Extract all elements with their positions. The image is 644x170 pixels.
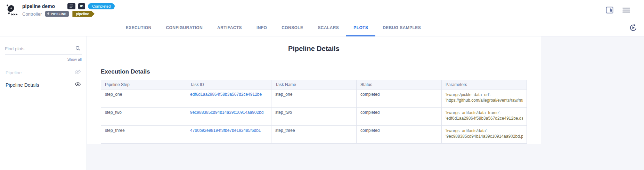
refresh-glyph <box>629 23 638 32</box>
param-line: 'https://github.com/allegroai/events/raw… <box>446 97 523 103</box>
cell-task-name: step_two <box>271 108 357 126</box>
col-parameters: Parameters <box>442 80 527 90</box>
pipeline-details-card: Pipeline Details Execution Details Pipel… <box>87 36 541 144</box>
col-task-name: Task Name <box>271 80 357 90</box>
param-line: 'kwargs_artifacts/data': <box>446 128 523 134</box>
sidebar-item-label: Pipeline <box>6 70 22 75</box>
cell-parameters: 'kwargs/pickle_data_url': 'https://githu… <box>442 90 527 108</box>
param-line: 'edf6d1aa29864f58b3a567d2ce4912be.data_f… <box>446 116 523 121</box>
bolt-icon <box>47 12 50 16</box>
cell-task-name: step_three <box>271 126 357 144</box>
tab-plots[interactable]: PLOTS <box>346 20 375 36</box>
controller-label: Controller <box>22 11 42 17</box>
status-badge: Completed <box>88 3 115 9</box>
eye-off-glyph <box>75 69 81 74</box>
plot-title: Pipeline Details <box>87 36 541 60</box>
logo-glyph <box>5 3 18 17</box>
param-line: '9ec988385cd94b14a39c10914aa902bd.proces… <box>446 134 523 139</box>
header-icons <box>606 7 630 14</box>
tab-debug-samples[interactable]: DEBUG SAMPLES <box>375 20 428 36</box>
cell-pipeline-step: step_one <box>101 90 186 108</box>
search-icon[interactable] <box>75 45 81 53</box>
execution-details-title: Execution Details <box>101 68 527 75</box>
table-row: step_three 47b0b92e98194f3fbe7be192485f6… <box>101 126 527 144</box>
eye-icon[interactable] <box>75 82 81 88</box>
cell-status: completed <box>357 90 442 108</box>
table-head: Pipeline Step Task ID Task Name Status P… <box>101 80 527 90</box>
description-lines-glyph <box>69 4 74 8</box>
task-id-link[interactable]: 9ec988385cd94b14a39c10914aa902bd <box>190 110 264 115</box>
col-task-id: Task ID <box>186 80 271 90</box>
hamburger-glyph <box>622 7 630 13</box>
cell-status: completed <box>357 108 442 126</box>
cell-status: completed <box>357 126 442 144</box>
plots-sidebar: Show all Pipeline Pipeline Details <box>0 36 87 170</box>
details-panel-glyph <box>606 7 613 14</box>
details-panel-icon[interactable] <box>606 7 613 14</box>
param-line: 'kwargs/pickle_data_url': <box>446 92 523 97</box>
description-icon[interactable] <box>67 3 75 9</box>
cell-parameters: 'kwargs_artifacts/data': '9ec988385cd94b… <box>442 126 527 144</box>
search-box <box>5 45 82 54</box>
clearml-logo-icon[interactable] <box>3 2 19 18</box>
sidebar-item-pipeline[interactable]: Pipeline <box>5 66 82 79</box>
tab-bar: EXECUTION CONFIGURATION ARTIFACTS INFO C… <box>0 20 644 36</box>
plot-card-body: Execution Details Pipeline Step Task ID … <box>87 60 541 152</box>
content-row: Show all Pipeline Pipeline Details <box>0 36 644 170</box>
task-id-link[interactable]: edf6d1aa29864f58b3a567d2ce4912be <box>190 92 262 97</box>
cell-task-id: 9ec988385cd94b14a39c10914aa902bd <box>186 108 271 126</box>
col-pipeline-step: Pipeline Step <box>101 80 186 90</box>
pipeline-type-tag-label: PIPELINE <box>51 12 66 16</box>
tab-info[interactable]: INFO <box>249 20 274 36</box>
execution-details-table: Pipeline Step Task ID Task Name Status P… <box>101 80 527 144</box>
plot-list: Pipeline Pipeline Details <box>5 66 82 91</box>
param-line: 'kwargs_artifacts/data_frame': <box>446 110 523 116</box>
cell-task-id: edf6d1aa29864f58b3a567d2ce4912be <box>186 90 271 108</box>
tabs-wrap: EXECUTION CONFIGURATION ARTIFACTS INFO C… <box>0 20 547 36</box>
pipeline-name-tag: pipeline <box>72 11 95 17</box>
sidebar-item-pipeline-details[interactable]: Pipeline Details <box>5 79 82 91</box>
header-text-block: pipeline demo ID Completed Controller <box>22 3 115 17</box>
cell-pipeline-step: step_two <box>101 108 186 126</box>
eye-off-icon[interactable] <box>75 69 81 76</box>
eye-glyph <box>75 82 81 87</box>
col-status: Status <box>357 80 442 90</box>
cell-parameters: 'kwargs_artifacts/data_frame': 'edf6d1aa… <box>442 108 527 126</box>
magnifier-glyph <box>75 45 81 51</box>
cell-task-name: step_one <box>271 90 357 108</box>
table-header-row: Pipeline Step Task ID Task Name Status P… <box>101 80 527 90</box>
cell-task-id: 47b0b92e98194f3fbe7be192485f6db1 <box>186 126 271 144</box>
tab-execution[interactable]: EXECUTION <box>119 20 159 36</box>
sidebar-item-label: Pipeline Details <box>6 82 39 88</box>
show-all-link[interactable]: Show all <box>5 57 82 61</box>
app-header: pipeline demo ID Completed Controller <box>0 0 644 20</box>
tab-scalars[interactable]: SCALARS <box>310 20 346 36</box>
task-id-icon[interactable]: ID <box>78 3 85 9</box>
table-body: step_one edf6d1aa29864f58b3a567d2ce4912b… <box>101 90 527 144</box>
tab-configuration[interactable]: CONFIGURATION <box>158 20 210 36</box>
plots-main-area: Pipeline Details Execution Details Pipel… <box>87 36 644 170</box>
table-row: step_two 9ec988385cd94b14a39c10914aa902b… <box>101 108 527 126</box>
auto-refresh-icon[interactable] <box>629 23 638 34</box>
tab-artifacts[interactable]: ARTIFACTS <box>210 20 249 36</box>
table-row: step_one edf6d1aa29864f58b3a567d2ce4912b… <box>101 90 527 108</box>
title-badges: ID Completed <box>67 3 115 9</box>
title-row: pipeline demo ID Completed <box>22 3 115 9</box>
subtitle-row: Controller PIPELINE pipeline <box>22 11 115 17</box>
hamburger-menu-icon[interactable] <box>622 7 630 13</box>
pipeline-type-tag: PIPELINE <box>45 11 69 17</box>
tab-console[interactable]: CONSOLE <box>274 20 310 36</box>
task-id-link[interactable]: 47b0b92e98194f3fbe7be192485f6db1 <box>190 128 261 133</box>
search-input[interactable] <box>5 46 73 51</box>
cell-pipeline-step: step_three <box>101 126 186 144</box>
experiment-title: pipeline demo <box>22 3 55 9</box>
